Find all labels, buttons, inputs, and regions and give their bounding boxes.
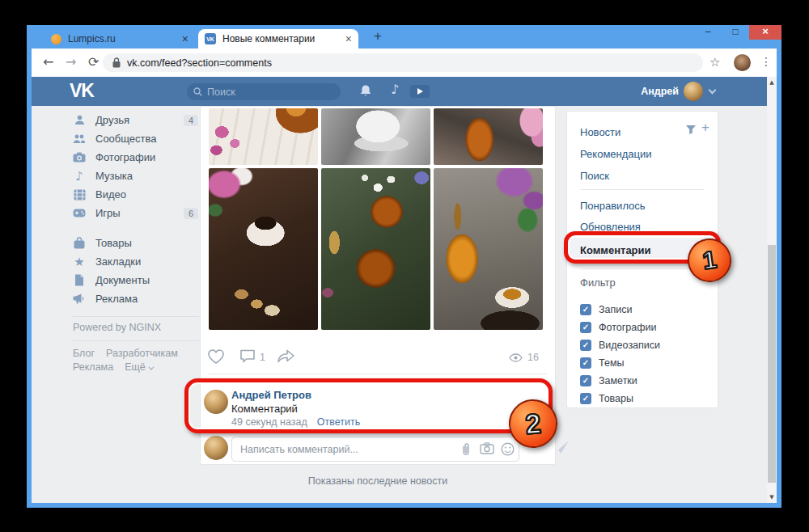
sidebar-item-video[interactable]: Видео [73,185,198,204]
filter-market[interactable]: ✓ Товары [580,391,633,407]
vk-header: VK ♪ Андрей [32,77,767,106]
document-icon [73,274,86,287]
header-search[interactable] [187,83,341,100]
nav-item-search[interactable]: Поиск [580,170,609,182]
tab-strip: Lumpics.ru × VK Новые комментарии × + – … [27,25,781,49]
chevron-down-icon[interactable] [709,87,717,95]
photo-icon[interactable] [480,442,494,454]
post-photo-4[interactable] [209,168,318,330]
scrollbar-down-icon[interactable]: ▼ [767,494,777,500]
emoji-icon[interactable] [501,442,515,456]
filter-posts[interactable]: ✓ Записи [580,302,633,318]
powered-by-text: Powered by NGINX [73,322,161,333]
megaphone-icon [73,293,86,306]
page-scrollbar[interactable]: ▲ ▼ [767,77,777,503]
tab-close-icon[interactable]: × [345,33,352,44]
add-source-icon[interactable]: + [701,120,709,136]
address-bar[interactable]: vk.com/feed?section=comments [103,53,703,72]
post-photo-3[interactable] [434,108,543,165]
sidebar-item-label: Реклама [95,293,198,305]
sidebar-item-label: Закладки [95,255,198,268]
filter-notes[interactable]: ✓ Заметки [580,373,637,389]
filter-funnel-icon[interactable] [685,125,697,135]
vk-logo[interactable]: VK [70,80,94,102]
window-controls: – □ × [694,25,781,40]
header-user-avatar[interactable] [684,82,703,101]
comment-input-box[interactable] [231,437,519,462]
tab-lumpics[interactable]: Lumpics.ru × [44,29,195,49]
sidebar-item-bookmarks[interactable]: ★ Закладки [73,252,198,271]
nav-item-recommendations[interactable]: Рекомендации [580,148,652,160]
divider [209,374,547,374]
search-icon [193,87,202,96]
chevron-down-icon [148,365,154,370]
sidebar-item-label: Документы [95,274,198,286]
forward-button[interactable]: → [66,54,76,70]
header-user-name[interactable]: Андрей [630,86,679,97]
tab-close-icon[interactable]: × [182,33,188,44]
maximize-button[interactable]: □ [722,25,749,40]
post-photo-1[interactable] [209,108,318,165]
checkbox-checked-icon[interactable]: ✓ [580,340,591,351]
comment-count: 1 [260,352,265,363]
browser-window: Lumpics.ru × VK Новые комментарии × + – … [27,25,781,508]
comment-input[interactable] [240,438,418,460]
checkbox-checked-icon[interactable]: ✓ [580,357,591,369]
tab-vk-comments[interactable]: VK Новые комментарии × [198,29,358,49]
sidebar-item-games[interactable]: Игры 6 [73,204,198,222]
filter-videos[interactable]: ✓ Видеозаписи [580,337,660,353]
nav-item-news[interactable]: Новости [580,126,621,138]
send-icon[interactable] [553,440,570,454]
browser-profile-avatar[interactable] [734,54,751,71]
footer-link-ads[interactable]: Реклама [73,361,113,373]
close-button[interactable]: × [749,25,781,40]
filter-topics[interactable]: ✓ Темы [580,355,624,371]
divider [580,189,705,190]
footer-link-blog[interactable]: Блог [73,348,95,359]
checkbox-checked-icon[interactable]: ✓ [580,304,591,315]
video-play-icon[interactable] [410,85,430,98]
sidebar-item-friends[interactable]: Друзья 4 [73,111,198,129]
sidebar-item-label: Сообщества [95,133,198,145]
post-photo-2[interactable] [321,108,430,165]
reload-button[interactable]: ⟳ [88,54,99,70]
checkbox-checked-icon[interactable]: ✓ [580,375,591,386]
share-icon[interactable] [277,348,295,364]
new-tab-button[interactable]: + [370,28,386,44]
minimize-button[interactable]: – [694,25,722,40]
post-action-bar: 1 16 [201,346,557,370]
annotation-highlight-comment [184,378,553,433]
nav-item-liked[interactable]: Понравилось [580,200,646,212]
divider [580,268,705,269]
back-button[interactable]: ← [43,54,53,70]
scrollbar-thumb[interactable] [768,245,776,483]
bookmark-star-icon[interactable]: ☆ [709,55,720,70]
sidebar-item-ads[interactable]: Реклама [73,289,198,308]
scrollbar-up-icon[interactable]: ▲ [767,79,777,86]
checkbox-checked-icon[interactable]: ✓ [580,393,591,404]
film-icon [73,188,86,201]
post-views: 16 [509,352,539,363]
footer-link-more[interactable]: Ещё [125,361,152,373]
attach-icon[interactable] [460,442,472,456]
sidebar-item-communities[interactable]: Сообщества [73,129,198,148]
comment-icon[interactable] [239,348,256,364]
browser-menu-icon[interactable]: ⋮ [760,55,772,68]
music-icon[interactable]: ♪ [391,82,399,97]
friends-badge: 4 [184,115,198,126]
post-photo-5[interactable] [321,168,430,330]
footer-link-developers[interactable]: Разработчикам [106,348,178,359]
search-input[interactable] [207,87,320,98]
desktop-background: Lumpics.ru × VK Новые комментарии × + – … [0,0,809,532]
tab-title: Lumpics.ru [68,33,176,44]
filter-photos[interactable]: ✓ Фотографии [580,319,656,336]
sidebar-item-market[interactable]: Товары [73,234,198,252]
sidebar-item-documents[interactable]: Документы [73,271,198,289]
bell-icon[interactable] [359,84,372,98]
like-icon[interactable] [207,348,225,365]
browser-toolbar: ← → ⟳ vk.com/feed?section=comments ☆ ⋮ [32,49,777,77]
checkbox-checked-icon[interactable]: ✓ [580,322,591,333]
post-photo-6[interactable] [434,168,543,330]
sidebar-item-music[interactable]: ♪ Музыка [73,167,198,185]
sidebar-item-photos[interactable]: Фотографии [73,148,198,167]
